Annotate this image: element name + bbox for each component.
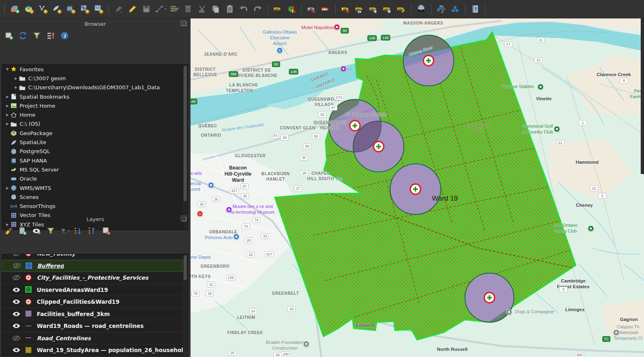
layer-visibility-eye-icon[interactable] — [10, 323, 22, 329]
help-button[interactable]: ? — [469, 3, 481, 15]
layer-row-city-facilities-protective-services[interactable]: City_Facilities_-_Protective_Services — [2, 272, 183, 284]
expander-arrow-icon[interactable]: ▶ — [13, 77, 19, 80]
expander-arrow-icon[interactable]: ▶ — [4, 186, 10, 190]
layer-row-ward-19-studyarea-population-26-househol[interactable]: Ward_19_StudyArea — population_26_househ… — [2, 344, 183, 357]
collapse-all-button[interactable] — [88, 226, 97, 236]
layer-row-ward19-roads-road-centrelines[interactable]: Ward19_Roads — road_centrelines — [2, 320, 183, 332]
browser-item-home[interactable]: ▶Home — [2, 110, 188, 119]
browser-item-spatial-bookmarks[interactable]: ▶Spatial Bookmarks — [2, 92, 188, 101]
browser-item-ms-sql-server[interactable]: MS SQL Server — [2, 165, 188, 174]
paste-features-button[interactable] — [224, 3, 236, 15]
refresh-button[interactable] — [18, 31, 28, 41]
layer-hidden-eye-icon[interactable] — [10, 274, 22, 281]
spatialite-icon — [10, 139, 18, 146]
show-hide-labels-button[interactable]: abc — [353, 3, 366, 15]
browser-vertical-scrollbar[interactable] — [183, 65, 187, 229]
copy-features-button[interactable] — [210, 3, 222, 15]
layer-hidden-eye-icon[interactable] — [10, 254, 22, 257]
browser-item-sensorthings[interactable]: SensorThings — [2, 201, 188, 210]
properties-info-button[interactable]: i — [60, 31, 70, 41]
layers-vertical-scrollbar[interactable] — [183, 255, 187, 357]
add-group-button[interactable] — [18, 226, 28, 236]
layer-row-clipped-facilities-ward19[interactable]: Clipped_Facilities&Ward19 — [2, 296, 183, 308]
layer-visibility-eye-icon[interactable] — [10, 298, 22, 305]
expander-arrow-icon[interactable]: ▶ — [4, 122, 10, 126]
new-geopackage-layer-button[interactable]: * — [23, 3, 35, 15]
new-virtual-layer-button[interactable]: * — [79, 3, 91, 15]
new-spatialite-layer-button[interactable]: * — [51, 3, 63, 15]
layer-row-buffered[interactable]: Buffered — [2, 260, 183, 272]
toolbar-drag-handle[interactable] — [4, 4, 6, 14]
modify-attributes-button[interactable] — [168, 3, 180, 15]
delete-selected-button[interactable] — [182, 3, 194, 15]
olive-line-legend-icon — [25, 323, 33, 330]
expander-arrow-icon[interactable]: ▶ — [4, 95, 10, 99]
data-source-manager-button[interactable] — [9, 3, 21, 15]
python-console-button[interactable] — [435, 3, 447, 15]
change-label-button[interactable]: abc — [395, 3, 407, 15]
svg-text:abc: abc — [398, 8, 404, 11]
toggle-editing-button[interactable] — [126, 3, 139, 15]
collapse-all-browser-button[interactable] — [46, 31, 56, 41]
pin-labels-blue-button[interactable]: ab — [305, 3, 318, 15]
layer-visibility-eye-icon[interactable] — [10, 311, 22, 317]
browser-item-c-3007-geom[interactable]: ▶C:\3007 geom — [2, 74, 188, 83]
browser-item-scenes[interactable]: Scenes — [2, 192, 188, 201]
filter-expression-button[interactable]: ▾ — [60, 226, 70, 236]
expander-arrow-icon[interactable]: ▶ — [4, 104, 10, 108]
metasearch-button[interactable] — [415, 3, 427, 15]
layer-row-new-facility[interactable]: New_Facility — [2, 254, 183, 260]
digitize-with-segment-button[interactable]: ▾ — [154, 3, 166, 15]
browser-item-spatialite[interactable]: SpatiaLite — [2, 138, 188, 147]
browser-item-favorites[interactable]: ▼Favorites — [2, 65, 188, 74]
pin-unpin-labels-button[interactable]: ab — [339, 3, 352, 15]
layer-visibility-eye-icon[interactable] — [10, 287, 22, 293]
save-layer-edits-button[interactable] — [140, 3, 153, 15]
expand-all-button[interactable] — [74, 226, 83, 236]
new-shapefile-layer-button[interactable]: * — [37, 3, 49, 15]
route-shield-417: 417 — [229, 188, 239, 194]
cut-features-button[interactable] — [196, 3, 208, 15]
add-selected-layer-button[interactable] — [4, 31, 14, 41]
styling-panel-button[interactable] — [4, 226, 14, 236]
plugin-molecule-button[interactable] — [449, 3, 461, 15]
move-label-button[interactable]: abc — [367, 3, 379, 15]
browser-item-c-os-[interactable]: ▶C:\ (OS) — [2, 120, 188, 129]
rotate-label-button[interactable]: abc — [381, 3, 393, 15]
undo-button[interactable] — [238, 3, 250, 15]
wms-icon — [10, 185, 18, 191]
browser-item-oracle[interactable]: Oracle — [2, 174, 188, 183]
new-mesh-layer-button[interactable]: * — [65, 3, 77, 15]
manage-themes-button[interactable] — [32, 226, 42, 236]
map-canvas[interactable]: JEANNE-D'ARCANGERSMASSON-ANGERSDISTRICT … — [191, 18, 644, 357]
browser-float-button[interactable] — [181, 20, 186, 26]
expander-arrow-icon[interactable]: ▶ — [13, 86, 19, 89]
filter-browser-button[interactable] — [32, 31, 42, 41]
layers-float-button[interactable] — [181, 216, 186, 221]
new-memory-layer-button[interactable]: * — [92, 3, 105, 15]
browser-item-sap-hana[interactable]: SAP HANA — [2, 156, 188, 165]
layer-hidden-eye-icon[interactable] — [10, 335, 22, 341]
browser-item-geopackage[interactable]: GeoPackage — [2, 129, 188, 138]
svg-text:ab: ab — [309, 8, 313, 11]
browser-item-c-users-harry-downloads-geom3007-lab1-data[interactable]: ▶C:\Users\harry\Downloads\GEOM3007_Lab1_… — [2, 83, 188, 92]
highlight-labels-red-button[interactable]: abc — [319, 3, 332, 15]
browser-item-wms-wmts[interactable]: ▶WMS/WMTS — [2, 183, 188, 192]
layer-diagram-button[interactable] — [285, 3, 298, 15]
current-edits-button[interactable] — [112, 3, 125, 15]
browser-item-postgresql[interactable]: PostgreSQL — [2, 147, 188, 156]
browser-item-project-home[interactable]: ▶Project Home — [2, 101, 188, 110]
layer-row-facilities-buffered-3km[interactable]: Facilities_buffered_3km — [2, 308, 183, 321]
route-shield-8: 8 — [620, 78, 628, 84]
redo-button[interactable] — [251, 3, 264, 15]
layer-row-road-centrelines[interactable]: Road_Centrelines — [2, 332, 183, 345]
expander-arrow-icon[interactable]: ▶ — [4, 113, 10, 117]
filter-legend-button[interactable] — [46, 226, 56, 236]
project-home-icon — [10, 102, 18, 109]
layer-visibility-eye-icon[interactable] — [10, 347, 22, 353]
remove-layer-button[interactable] — [101, 226, 111, 236]
layer-hidden-eye-icon[interactable] — [11, 262, 23, 269]
layer-labeling-button[interactable]: abc — [272, 3, 284, 15]
layer-row-unservedareasward19[interactable]: UnservedAreasWard19 — [2, 284, 183, 296]
expander-arrow-icon[interactable]: ▼ — [4, 68, 10, 71]
